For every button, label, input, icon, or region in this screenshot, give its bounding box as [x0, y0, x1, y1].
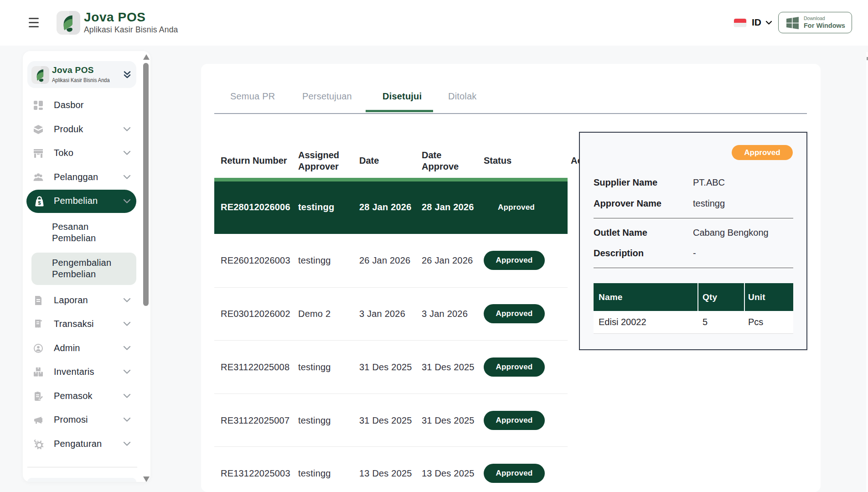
svg-text:$: $ — [38, 200, 41, 206]
